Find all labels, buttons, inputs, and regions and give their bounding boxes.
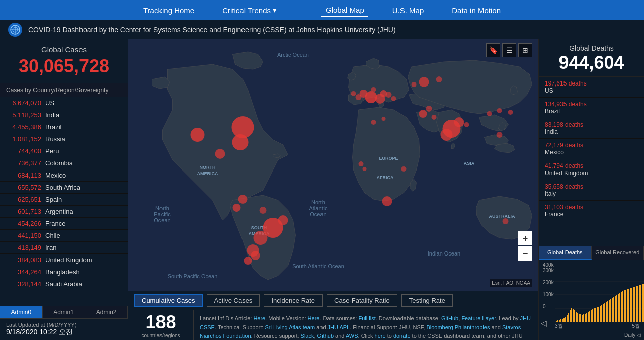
list-item[interactable]: 1,081,152Russia [0,133,128,145]
list-item[interactable]: 72,179 deathsMexico [539,139,644,159]
jhu-apl-link[interactable]: JHU APL [328,324,350,330]
zoom-in-btn[interactable]: + [518,231,532,245]
svg-rect-115 [621,292,622,322]
github-link[interactable]: GitHub [441,315,458,321]
list-item[interactable]: 41,794 deathsUnited Kingdom [539,159,644,180]
svg-rect-113 [618,294,619,322]
chart-y-300k: 300k [543,268,554,273]
svg-rect-75 [560,319,561,322]
list-item[interactable]: 344,264Bangladesh [0,266,128,278]
map-container[interactable]: Arctic Ocean Ocean North Pacific Ocean N… [128,39,538,291]
nav-us-map[interactable]: U.S. Map [388,4,428,17]
nav-data-in-motion[interactable]: Data in Motion [448,4,505,17]
list-item[interactable]: 625,651Spain [0,194,128,206]
svg-rect-73 [557,320,558,322]
deaths-tabs: Global Deaths Global Recovered [539,246,644,260]
here-donate-link[interactable]: here [375,333,386,339]
countries-count-section: 188 countries/regions [128,310,194,340]
list-item[interactable]: 601,713Argentina [0,206,128,218]
list-view-btn[interactable]: ☰ [502,43,516,57]
cases-list[interactable]: 6,674,070US5,118,253India4,455,386Brazil… [0,97,128,306]
case-number: 5,118,253 [6,111,41,119]
admin-tab-2[interactable]: Admin2 [85,306,128,318]
fulllist-link[interactable]: Full list [359,315,376,321]
map-tabs: Cumulative Cases Active Cases Incidence … [128,291,538,310]
slack-link[interactable]: Slack [301,333,314,339]
global-deaths-label: Global Deaths [545,44,638,52]
lancet-link[interactable]: Here [253,315,265,321]
list-item[interactable]: 35,658 deathsItaly [539,180,644,201]
nav-critical-trends[interactable]: Critical Trends ▾ [218,4,281,17]
sri-link[interactable]: Sri Living Atlas team [265,324,315,330]
info-text: Lancet Inf Dis Article: Here. Mobile Ver… [194,310,538,340]
list-item[interactable]: 684,113Mexico [0,169,128,182]
svg-rect-97 [594,308,595,322]
svg-rect-94 [589,311,590,322]
list-item[interactable]: 736,377Colombia [0,157,128,169]
list-item[interactable]: 441,150Chile [0,230,128,242]
case-number: 328,144 [6,280,41,288]
nav-tracking-home[interactable]: Tracking Home [139,4,198,17]
grid-view-btn[interactable]: ⊞ [518,43,532,57]
tab-active-cases[interactable]: Active Cases [207,294,260,307]
tab-cumulative-cases[interactable]: Cumulative Cases [134,294,203,307]
svg-point-48 [382,196,392,206]
mobile-link[interactable]: Here [308,315,320,321]
list-item[interactable]: 134,935 deathsBrazil [539,98,644,118]
deaths-tab-global-recovered[interactable]: Global Recovered [592,246,645,260]
case-country: Peru [45,147,59,155]
svg-rect-111 [615,296,616,322]
admin-tab-0[interactable]: Admin0 [0,306,43,318]
admin-tab-1[interactable]: Admin1 [43,306,86,318]
list-item[interactable]: 197,615 deathsUS [539,77,644,98]
svg-rect-88 [580,314,581,322]
chart-area: 400k 300k 200k 100k 0 [539,260,644,340]
svg-rect-125 [636,286,637,322]
death-count: 134,935 deaths [545,101,638,108]
svg-point-62 [359,161,364,166]
deaths-tab-global-deaths[interactable]: Global Deaths [539,246,592,260]
death-country: France [545,211,638,218]
bloomberg-link[interactable]: Bloomberg Philanthropies [426,324,490,330]
list-item[interactable]: 6,674,070US [0,97,128,109]
feature-layer-link[interactable]: Feature Layer [461,315,496,321]
github2-link[interactable]: Github [317,333,334,339]
nav-global-map[interactable]: Global Map [321,4,368,17]
global-cases-section: Global Cases 30,065,728 [0,39,128,83]
bookmark-view-btn[interactable]: 🔖 [486,43,500,57]
svg-text:Pacific: Pacific [154,211,171,217]
tab-testing-rate[interactable]: Testing Rate [401,294,453,307]
list-item[interactable]: 413,149Iran [0,242,128,254]
list-item[interactable]: 5,118,253India [0,109,128,121]
tab-case-fatality-ratio[interactable]: Case-Fatality Ratio [327,294,397,307]
global-cases-number: 30,065,728 [6,56,122,77]
death-country: India [545,128,638,135]
donate-link[interactable]: donate [393,333,411,339]
top-navigation: Tracking Home Critical Trends ▾ Global M… [0,0,644,20]
svg-point-63 [363,167,367,171]
list-item[interactable]: 655,572South Africa [0,182,128,194]
list-item[interactable]: 744,400Peru [0,145,128,157]
list-item[interactable]: 328,144Saudi Arabia [0,278,128,290]
list-item[interactable]: 454,266France [0,218,128,230]
svg-point-47 [441,129,453,141]
svg-rect-86 [577,313,578,322]
aws-link[interactable]: AWS [346,333,358,339]
svg-rect-107 [609,300,610,322]
svg-text:Ocean: Ocean [154,217,170,223]
chart-y-200k: 200k [543,280,554,285]
tab-incidence-rate[interactable]: Incidence Rate [264,294,323,307]
list-item[interactable]: 4,455,386Brazil [0,121,128,133]
svg-rect-122 [631,288,632,322]
list-item[interactable]: 384,083United Kingdom [0,254,128,266]
last-updated-section: Last Updated at (M/D/YYYY) 9/18/2020 10:… [0,318,128,340]
list-item[interactable]: 83,198 deathsIndia [539,118,644,139]
countries-label: countries/regions [141,333,180,338]
case-number: 6,674,070 [6,99,41,107]
list-item[interactable]: 31,103 deathsFrance [539,201,644,221]
zoom-out-btn[interactable]: − [518,246,532,261]
case-number: 655,572 [6,184,41,191]
chart-scroll-left-btn[interactable]: ◁ [541,318,547,328]
case-number: 736,377 [6,159,41,167]
svg-point-52 [215,149,225,159]
